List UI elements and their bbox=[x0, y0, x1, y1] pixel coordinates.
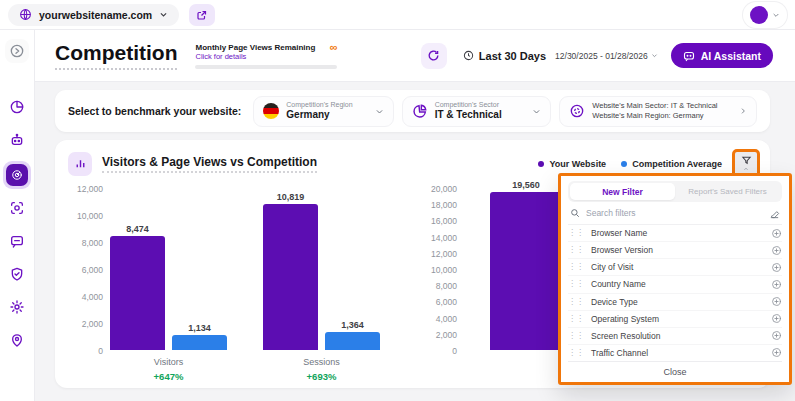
sidebar-item-pie-chart[interactable] bbox=[5, 95, 29, 119]
filter-search bbox=[568, 202, 782, 225]
bar-value-label: 1,134 bbox=[160, 323, 239, 333]
legend-dot bbox=[538, 161, 544, 167]
external-link-icon bbox=[196, 9, 208, 21]
sidebar-item-shield[interactable] bbox=[5, 262, 29, 286]
avatar bbox=[750, 6, 768, 24]
open-website-button[interactable] bbox=[189, 4, 215, 26]
chat-bubble-icon bbox=[683, 50, 695, 62]
add-filter-icon[interactable] bbox=[771, 296, 782, 307]
sidebar-item-chat[interactable] bbox=[5, 229, 29, 253]
filter-item-label: Device Type bbox=[591, 297, 638, 307]
filter-item-browser-name[interactable]: ⋮⋮Browser Name bbox=[568, 225, 782, 242]
bar-your-website bbox=[490, 192, 562, 350]
sidebar-item-location-pin[interactable] bbox=[5, 328, 29, 352]
y-axis-tick: 18,000 bbox=[427, 200, 457, 210]
drag-handle-icon[interactable]: ⋮⋮ bbox=[568, 229, 584, 237]
ai-assistant-button[interactable]: AI Assistant bbox=[671, 43, 773, 68]
radar-icon bbox=[6, 164, 28, 186]
close-button[interactable]: Close bbox=[568, 361, 782, 382]
chart-title: Visitors & Page Views vs Competition bbox=[102, 155, 317, 173]
chevron-down-icon bbox=[159, 10, 168, 19]
quota-details-link[interactable]: Click for details bbox=[195, 52, 337, 61]
pie-icon bbox=[9, 99, 25, 115]
add-filter-icon[interactable] bbox=[771, 245, 782, 256]
bar-value-label: 8,474 bbox=[98, 224, 177, 234]
filter-item-screen-resolution[interactable]: ⋮⋮Screen Resolution bbox=[568, 328, 782, 345]
filter-item-country-name[interactable]: ⋮⋮Country Name bbox=[568, 276, 782, 293]
chevron-down-icon bbox=[375, 107, 384, 116]
user-menu[interactable] bbox=[743, 2, 787, 28]
y-axis-tick: 12,000 bbox=[65, 184, 103, 194]
date-range-picker[interactable]: 12/30/2025 - 01/28/2026 bbox=[555, 51, 658, 61]
page-title: Competition bbox=[55, 41, 177, 70]
website-selector[interactable]: yourwebsitename.com bbox=[8, 4, 179, 26]
legend-label: Competition Average bbox=[632, 159, 722, 169]
sidebar-item-radar[interactable] bbox=[3, 161, 31, 189]
collapse-icon bbox=[9, 43, 25, 59]
bar-competition-average bbox=[172, 335, 227, 350]
sector-caption: Competition's Sector bbox=[435, 101, 502, 109]
refresh-icon bbox=[427, 49, 440, 62]
globe-icon bbox=[19, 8, 32, 21]
chevron-up-icon bbox=[742, 166, 750, 172]
filter-panel: New FilterReport's Saved Filters ⋮⋮Brows… bbox=[558, 173, 792, 385]
drag-handle-icon[interactable]: ⋮⋮ bbox=[568, 298, 584, 306]
refresh-button[interactable] bbox=[421, 43, 447, 69]
y-axis-tick: 6,000 bbox=[65, 265, 103, 275]
y-axis-tick: 4,000 bbox=[427, 314, 457, 324]
y-axis-tick: 8,000 bbox=[65, 238, 103, 248]
sidebar-item-target-user[interactable] bbox=[5, 196, 29, 220]
filter-item-label: Traffic Channel bbox=[591, 348, 648, 358]
period-label: Last 30 Days bbox=[463, 50, 546, 62]
y-axis-tick: 10,000 bbox=[65, 211, 103, 221]
sidebar-collapse-button[interactable] bbox=[5, 39, 29, 63]
y-axis-tick: 2,000 bbox=[65, 319, 103, 329]
filter-tab-report-s-saved-filters[interactable]: Report's Saved Filters bbox=[675, 183, 780, 200]
eraser-icon[interactable] bbox=[769, 208, 780, 219]
growth-label: +647% bbox=[110, 371, 227, 382]
website-main-info[interactable]: Website's Main Sector: IT & Technical We… bbox=[559, 96, 757, 127]
growth-label: +693% bbox=[263, 371, 380, 382]
legend-item[interactable]: Your Website bbox=[538, 159, 606, 169]
search-input[interactable] bbox=[586, 208, 763, 218]
chat-icon bbox=[9, 233, 25, 249]
y-axis-tick: 20,000 bbox=[427, 184, 457, 194]
bar-chart-icon bbox=[68, 152, 92, 176]
y-axis-tick: 0 bbox=[65, 346, 103, 356]
drag-handle-icon[interactable]: ⋮⋮ bbox=[568, 280, 584, 288]
drag-handle-icon[interactable]: ⋮⋮ bbox=[568, 332, 584, 340]
drag-handle-icon[interactable]: ⋮⋮ bbox=[568, 263, 584, 271]
drag-handle-icon[interactable]: ⋮⋮ bbox=[568, 246, 584, 254]
chart-legend: Your WebsiteCompetition Average bbox=[538, 159, 722, 169]
sidebar-item-robot[interactable] bbox=[5, 128, 29, 152]
target-icon bbox=[569, 103, 585, 119]
legend-item[interactable]: Competition Average bbox=[621, 159, 722, 169]
sector-select[interactable]: Competition's Sector IT & Technical bbox=[402, 96, 552, 127]
benchmark-label: Select to benchmark your website: bbox=[68, 105, 241, 117]
y-axis-tick: 8,000 bbox=[427, 281, 457, 291]
add-filter-icon[interactable] bbox=[771, 330, 782, 341]
add-filter-icon[interactable] bbox=[771, 313, 782, 324]
drag-handle-icon[interactable]: ⋮⋮ bbox=[568, 349, 584, 357]
filter-item-browser-version[interactable]: ⋮⋮Browser Version bbox=[568, 242, 782, 259]
add-filter-icon[interactable] bbox=[771, 279, 782, 290]
filter-item-city-of-visit[interactable]: ⋮⋮City of Visit bbox=[568, 259, 782, 276]
category-label: Visitors bbox=[110, 357, 227, 367]
add-filter-icon[interactable] bbox=[771, 262, 782, 273]
sidebar-item-gear[interactable] bbox=[5, 295, 29, 319]
filter-item-operating-system[interactable]: ⋮⋮Operating System bbox=[568, 311, 782, 328]
y-axis-tick: 14,000 bbox=[427, 233, 457, 243]
add-filter-icon[interactable] bbox=[771, 228, 782, 239]
filter-item-traffic-channel[interactable]: ⋮⋮Traffic Channel bbox=[568, 345, 782, 361]
drag-handle-icon[interactable]: ⋮⋮ bbox=[568, 315, 584, 323]
y-axis-tick: 12,000 bbox=[427, 249, 457, 259]
y-axis-tick: 6,000 bbox=[427, 297, 457, 307]
quota-widget: Monthly Page Views Remaining ∞ Click for… bbox=[195, 43, 337, 69]
website-name: yourwebsitename.com bbox=[39, 9, 152, 21]
filter-tab-new-filter[interactable]: New Filter bbox=[570, 183, 675, 200]
filter-item-device-type[interactable]: ⋮⋮Device Type bbox=[568, 294, 782, 311]
bar-value-label: 1,364 bbox=[313, 320, 392, 330]
region-select[interactable]: Competition's Region Germany bbox=[253, 96, 393, 127]
website-main-sector: Website's Main Sector: IT & Technical bbox=[592, 101, 717, 111]
add-filter-icon[interactable] bbox=[771, 347, 782, 358]
